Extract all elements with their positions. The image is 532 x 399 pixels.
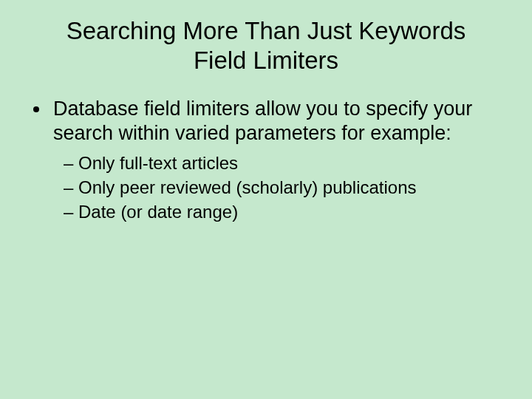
title-line-1: Searching More Than Just Keywords: [66, 17, 466, 44]
sub-item: – Only full-text articles: [64, 151, 502, 174]
sub-list: – Only full-text articles – Only peer re…: [53, 151, 502, 224]
bullet-main-text: Database field limiters allow you to spe…: [53, 98, 472, 144]
slide: Searching More Than Just Keywords Field …: [0, 0, 532, 399]
title-line-2: Field Limiters: [194, 47, 338, 74]
sub-item: – Only peer reviewed (scholarly) publica…: [64, 176, 502, 199]
sub-item: – Date (or date range): [64, 200, 502, 223]
slide-title: Searching More Than Just Keywords Field …: [30, 16, 502, 75]
body-list: Database field limiters allow you to spe…: [30, 97, 502, 223]
bullet-main: Database field limiters allow you to spe…: [50, 97, 502, 223]
